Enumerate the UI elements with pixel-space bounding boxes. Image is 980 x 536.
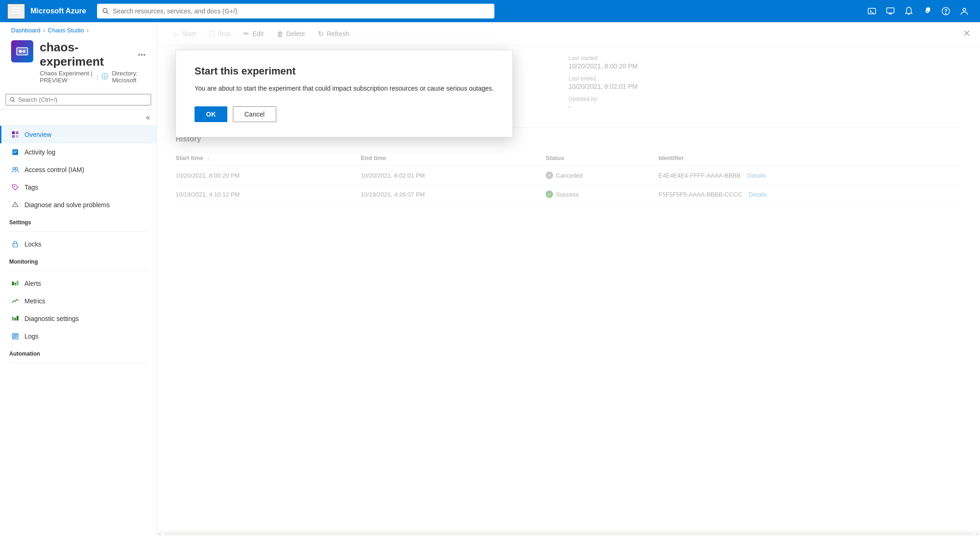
- resource-title-block: chaos-experiment ··· Chaos Experiment | …: [40, 40, 146, 84]
- content-area: ✕ ▷ Start ☐ Stop ✏ Edit 🗑 Delete ↻ Refre…: [157, 22, 980, 536]
- sidebar-item-label-diagnostic-settings: Diagnostic settings: [24, 315, 79, 322]
- monitoring-section-header: Monitoring: [0, 253, 157, 267]
- terminal-icon[interactable]: [864, 3, 880, 19]
- svg-rect-18: [12, 131, 15, 134]
- svg-rect-22: [12, 149, 18, 155]
- sidebar-item-alerts[interactable]: Alerts: [0, 275, 157, 292]
- resource-options-menu[interactable]: ···: [138, 49, 146, 60]
- sidebar-item-label-diagnose: Diagnose and solve problems: [24, 201, 110, 209]
- svg-point-29: [15, 206, 15, 206]
- tags-icon: [11, 183, 20, 192]
- help-icon[interactable]: [937, 3, 954, 19]
- sidebar-search-bar: [0, 90, 157, 110]
- automation-section-header: Automation: [0, 345, 157, 359]
- settings-divider: [9, 231, 147, 232]
- sidebar-item-locks[interactable]: Locks: [0, 235, 157, 253]
- svg-line-4: [107, 12, 109, 14]
- svg-point-10: [945, 13, 946, 14]
- start-experiment-modal: Start this experiment You are about to s…: [176, 50, 513, 137]
- info-icon[interactable]: ⓘ: [102, 73, 108, 81]
- brand-name: Microsoft Azure: [30, 7, 86, 15]
- sidebar-item-metrics[interactable]: Metrics: [0, 292, 157, 310]
- svg-rect-21: [16, 135, 18, 138]
- breadcrumb-sep-2: ›: [87, 27, 89, 34]
- sidebar-item-tags[interactable]: Tags: [0, 179, 157, 196]
- notification-icon[interactable]: [901, 3, 917, 19]
- resource-subtitle: Chaos Experiment | PREVIEW | ⓘ Directory…: [40, 70, 146, 84]
- breadcrumb: Dashboard › Chaos Studio ›: [0, 22, 157, 37]
- alerts-icon: [11, 279, 20, 288]
- svg-rect-32: [14, 283, 16, 285]
- settings-section-header: Settings: [0, 214, 157, 228]
- access-control-icon: [11, 165, 20, 174]
- svg-point-25: [13, 167, 15, 170]
- sidebar-item-label-overview: Overview: [24, 131, 51, 138]
- sidebar-item-label-metrics: Metrics: [24, 297, 45, 305]
- sidebar-item-label-tags: Tags: [24, 184, 38, 191]
- feedback-icon[interactable]: [882, 3, 899, 19]
- modal-cancel-button[interactable]: Cancel: [233, 106, 276, 122]
- account-icon[interactable]: [956, 3, 973, 19]
- resource-type-label: Chaos Experiment | PREVIEW: [40, 70, 93, 84]
- resource-name: chaos-experiment ···: [40, 40, 146, 69]
- directory-label: Directory: Microsoft: [112, 70, 146, 84]
- svg-point-14: [23, 50, 25, 53]
- svg-rect-7: [887, 8, 894, 13]
- svg-point-11: [963, 8, 966, 11]
- global-search-input[interactable]: [113, 7, 489, 15]
- svg-rect-30: [13, 244, 18, 247]
- sidebar-item-label-access-control: Access control (IAM): [24, 166, 84, 173]
- modal-ok-button[interactable]: OK: [195, 106, 227, 122]
- sidebar-item-activity-log[interactable]: Activity log: [0, 143, 157, 161]
- svg-rect-0: [12, 7, 20, 8]
- sidebar-search-icon: [10, 97, 15, 103]
- sidebar-item-label-logs: Logs: [24, 333, 38, 340]
- breadcrumb-sep-1: ›: [43, 27, 45, 34]
- svg-line-17: [13, 100, 15, 102]
- activity-log-icon: [11, 148, 20, 157]
- resource-icon: [11, 40, 33, 62]
- main-layout: Dashboard › Chaos Studio › chaos-experim…: [0, 22, 980, 536]
- sidebar-item-label-activity-log: Activity log: [24, 148, 55, 156]
- modal-title: Start this experiment: [195, 65, 494, 77]
- topbar-icon-group: [864, 3, 973, 19]
- resource-header: chaos-experiment ··· Chaos Experiment | …: [0, 37, 157, 90]
- svg-point-26: [15, 167, 18, 170]
- sidebar-search-input[interactable]: [18, 96, 147, 103]
- svg-rect-2: [12, 13, 20, 14]
- svg-point-16: [10, 98, 14, 101]
- svg-point-3: [103, 8, 107, 12]
- sidebar-nav: Overview Activity log: [0, 126, 157, 536]
- sidebar-item-diagnose[interactable]: Diagnose and solve problems: [0, 196, 157, 214]
- svg-rect-35: [14, 318, 16, 320]
- sidebar-item-logs[interactable]: Logs: [0, 327, 157, 345]
- hamburger-menu[interactable]: [7, 4, 25, 19]
- svg-point-13: [19, 50, 22, 53]
- breadcrumb-chaos-studio[interactable]: Chaos Studio: [48, 27, 84, 34]
- sidebar-item-overview[interactable]: Overview: [0, 126, 157, 143]
- overview-icon: [11, 130, 20, 139]
- resource-name-text: chaos-experiment: [40, 40, 133, 69]
- modal-overlay: Start this experiment You are about to s…: [157, 22, 980, 536]
- settings-icon[interactable]: [919, 3, 936, 19]
- svg-rect-31: [12, 282, 14, 285]
- sidebar-collapse-row: «: [0, 110, 157, 126]
- svg-rect-20: [12, 135, 15, 138]
- diagnostic-settings-icon: [11, 314, 20, 323]
- monitoring-divider: [9, 271, 147, 271]
- global-search-box[interactable]: [97, 4, 494, 18]
- sidebar-collapse-button[interactable]: «: [143, 111, 153, 123]
- svg-rect-34: [12, 317, 14, 320]
- modal-body: You are about to start the experiment th…: [195, 84, 494, 93]
- sidebar-item-diagnostic-settings[interactable]: Diagnostic settings: [0, 310, 157, 327]
- locks-icon: [11, 240, 20, 249]
- metrics-icon: [11, 296, 20, 306]
- sidebar-item-access-control[interactable]: Access control (IAM): [0, 161, 157, 179]
- sidebar: Dashboard › Chaos Studio › chaos-experim…: [0, 22, 157, 536]
- topbar: Microsoft Azure: [0, 0, 980, 22]
- breadcrumb-dashboard[interactable]: Dashboard: [11, 27, 41, 34]
- search-icon: [103, 8, 109, 14]
- sidebar-search-container[interactable]: [6, 94, 151, 105]
- diagnose-icon: [11, 200, 20, 209]
- sidebar-item-label-alerts: Alerts: [24, 280, 41, 287]
